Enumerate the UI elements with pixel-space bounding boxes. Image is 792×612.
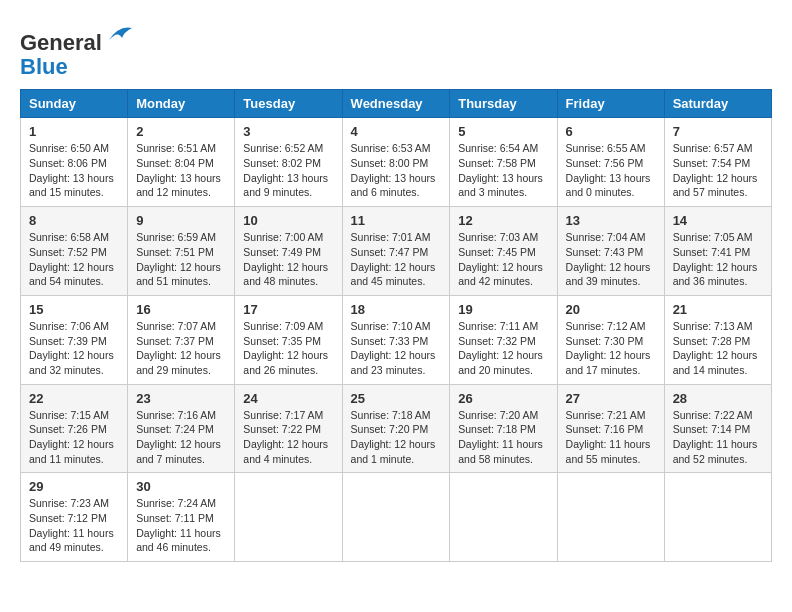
- day-info: Sunrise: 6:52 AMSunset: 8:02 PMDaylight:…: [243, 141, 333, 200]
- calendar-header-row: SundayMondayTuesdayWednesdayThursdayFrid…: [21, 90, 772, 118]
- column-header-tuesday: Tuesday: [235, 90, 342, 118]
- day-number: 29: [29, 479, 119, 494]
- day-info: Sunrise: 6:53 AMSunset: 8:00 PMDaylight:…: [351, 141, 442, 200]
- day-info: Sunrise: 6:58 AMSunset: 7:52 PMDaylight:…: [29, 230, 119, 289]
- day-info: Sunrise: 6:57 AMSunset: 7:54 PMDaylight:…: [673, 141, 763, 200]
- column-header-thursday: Thursday: [450, 90, 557, 118]
- calendar-cell: 20 Sunrise: 7:12 AMSunset: 7:30 PMDaylig…: [557, 295, 664, 384]
- column-header-friday: Friday: [557, 90, 664, 118]
- day-info: Sunrise: 7:18 AMSunset: 7:20 PMDaylight:…: [351, 408, 442, 467]
- day-info: Sunrise: 7:03 AMSunset: 7:45 PMDaylight:…: [458, 230, 548, 289]
- logo-general: General: [20, 30, 102, 55]
- day-info: Sunrise: 7:15 AMSunset: 7:26 PMDaylight:…: [29, 408, 119, 467]
- day-number: 27: [566, 391, 656, 406]
- day-info: Sunrise: 7:01 AMSunset: 7:47 PMDaylight:…: [351, 230, 442, 289]
- calendar-cell: 29 Sunrise: 7:23 AMSunset: 7:12 PMDaylig…: [21, 473, 128, 562]
- logo-blue: Blue: [20, 54, 68, 79]
- day-number: 3: [243, 124, 333, 139]
- day-number: 25: [351, 391, 442, 406]
- day-info: Sunrise: 7:07 AMSunset: 7:37 PMDaylight:…: [136, 319, 226, 378]
- day-info: Sunrise: 7:06 AMSunset: 7:39 PMDaylight:…: [29, 319, 119, 378]
- calendar-week-row: 8 Sunrise: 6:58 AMSunset: 7:52 PMDayligh…: [21, 207, 772, 296]
- day-info: Sunrise: 6:51 AMSunset: 8:04 PMDaylight:…: [136, 141, 226, 200]
- day-info: Sunrise: 7:21 AMSunset: 7:16 PMDaylight:…: [566, 408, 656, 467]
- calendar-cell: [450, 473, 557, 562]
- calendar-cell: 10 Sunrise: 7:00 AMSunset: 7:49 PMDaylig…: [235, 207, 342, 296]
- day-info: Sunrise: 7:09 AMSunset: 7:35 PMDaylight:…: [243, 319, 333, 378]
- calendar-cell: [557, 473, 664, 562]
- calendar-cell: 9 Sunrise: 6:59 AMSunset: 7:51 PMDayligh…: [128, 207, 235, 296]
- day-info: Sunrise: 7:20 AMSunset: 7:18 PMDaylight:…: [458, 408, 548, 467]
- day-number: 28: [673, 391, 763, 406]
- day-number: 19: [458, 302, 548, 317]
- day-number: 21: [673, 302, 763, 317]
- calendar-cell: 15 Sunrise: 7:06 AMSunset: 7:39 PMDaylig…: [21, 295, 128, 384]
- calendar-cell: 19 Sunrise: 7:11 AMSunset: 7:32 PMDaylig…: [450, 295, 557, 384]
- day-info: Sunrise: 7:16 AMSunset: 7:24 PMDaylight:…: [136, 408, 226, 467]
- calendar-cell: 30 Sunrise: 7:24 AMSunset: 7:11 PMDaylig…: [128, 473, 235, 562]
- day-info: Sunrise: 7:11 AMSunset: 7:32 PMDaylight:…: [458, 319, 548, 378]
- day-number: 7: [673, 124, 763, 139]
- calendar-cell: 3 Sunrise: 6:52 AMSunset: 8:02 PMDayligh…: [235, 118, 342, 207]
- calendar-cell: 25 Sunrise: 7:18 AMSunset: 7:20 PMDaylig…: [342, 384, 450, 473]
- logo-bird-icon: [104, 20, 134, 50]
- calendar-cell: 13 Sunrise: 7:04 AMSunset: 7:43 PMDaylig…: [557, 207, 664, 296]
- day-info: Sunrise: 7:10 AMSunset: 7:33 PMDaylight:…: [351, 319, 442, 378]
- day-number: 20: [566, 302, 656, 317]
- day-number: 22: [29, 391, 119, 406]
- calendar-cell: 22 Sunrise: 7:15 AMSunset: 7:26 PMDaylig…: [21, 384, 128, 473]
- calendar-cell: 18 Sunrise: 7:10 AMSunset: 7:33 PMDaylig…: [342, 295, 450, 384]
- day-info: Sunrise: 7:12 AMSunset: 7:30 PMDaylight:…: [566, 319, 656, 378]
- day-number: 14: [673, 213, 763, 228]
- calendar-cell: 12 Sunrise: 7:03 AMSunset: 7:45 PMDaylig…: [450, 207, 557, 296]
- day-info: Sunrise: 6:55 AMSunset: 7:56 PMDaylight:…: [566, 141, 656, 200]
- day-number: 9: [136, 213, 226, 228]
- calendar-cell: 4 Sunrise: 6:53 AMSunset: 8:00 PMDayligh…: [342, 118, 450, 207]
- day-info: Sunrise: 7:04 AMSunset: 7:43 PMDaylight:…: [566, 230, 656, 289]
- column-header-sunday: Sunday: [21, 90, 128, 118]
- day-number: 17: [243, 302, 333, 317]
- calendar-table: SundayMondayTuesdayWednesdayThursdayFrid…: [20, 89, 772, 562]
- calendar-cell: [342, 473, 450, 562]
- day-info: Sunrise: 7:22 AMSunset: 7:14 PMDaylight:…: [673, 408, 763, 467]
- calendar-cell: 7 Sunrise: 6:57 AMSunset: 7:54 PMDayligh…: [664, 118, 771, 207]
- calendar-week-row: 22 Sunrise: 7:15 AMSunset: 7:26 PMDaylig…: [21, 384, 772, 473]
- calendar-cell: 28 Sunrise: 7:22 AMSunset: 7:14 PMDaylig…: [664, 384, 771, 473]
- day-number: 10: [243, 213, 333, 228]
- day-info: Sunrise: 7:05 AMSunset: 7:41 PMDaylight:…: [673, 230, 763, 289]
- day-number: 11: [351, 213, 442, 228]
- calendar-cell: [664, 473, 771, 562]
- calendar-cell: 21 Sunrise: 7:13 AMSunset: 7:28 PMDaylig…: [664, 295, 771, 384]
- logo: General Blue: [20, 20, 134, 79]
- day-info: Sunrise: 6:50 AMSunset: 8:06 PMDaylight:…: [29, 141, 119, 200]
- day-number: 18: [351, 302, 442, 317]
- day-number: 23: [136, 391, 226, 406]
- day-number: 30: [136, 479, 226, 494]
- calendar-week-row: 15 Sunrise: 7:06 AMSunset: 7:39 PMDaylig…: [21, 295, 772, 384]
- day-number: 24: [243, 391, 333, 406]
- column-header-monday: Monday: [128, 90, 235, 118]
- column-header-wednesday: Wednesday: [342, 90, 450, 118]
- calendar-cell: 26 Sunrise: 7:20 AMSunset: 7:18 PMDaylig…: [450, 384, 557, 473]
- calendar-cell: 27 Sunrise: 7:21 AMSunset: 7:16 PMDaylig…: [557, 384, 664, 473]
- day-number: 1: [29, 124, 119, 139]
- day-number: 5: [458, 124, 548, 139]
- day-number: 8: [29, 213, 119, 228]
- column-header-saturday: Saturday: [664, 90, 771, 118]
- day-info: Sunrise: 7:13 AMSunset: 7:28 PMDaylight:…: [673, 319, 763, 378]
- day-number: 6: [566, 124, 656, 139]
- day-info: Sunrise: 7:23 AMSunset: 7:12 PMDaylight:…: [29, 496, 119, 555]
- day-number: 16: [136, 302, 226, 317]
- day-number: 26: [458, 391, 548, 406]
- calendar-cell: 6 Sunrise: 6:55 AMSunset: 7:56 PMDayligh…: [557, 118, 664, 207]
- day-info: Sunrise: 7:00 AMSunset: 7:49 PMDaylight:…: [243, 230, 333, 289]
- day-number: 15: [29, 302, 119, 317]
- day-number: 4: [351, 124, 442, 139]
- calendar-cell: 1 Sunrise: 6:50 AMSunset: 8:06 PMDayligh…: [21, 118, 128, 207]
- calendar-week-row: 29 Sunrise: 7:23 AMSunset: 7:12 PMDaylig…: [21, 473, 772, 562]
- calendar-cell: 8 Sunrise: 6:58 AMSunset: 7:52 PMDayligh…: [21, 207, 128, 296]
- day-info: Sunrise: 7:24 AMSunset: 7:11 PMDaylight:…: [136, 496, 226, 555]
- calendar-cell: 16 Sunrise: 7:07 AMSunset: 7:37 PMDaylig…: [128, 295, 235, 384]
- calendar-cell: 2 Sunrise: 6:51 AMSunset: 8:04 PMDayligh…: [128, 118, 235, 207]
- calendar-cell: [235, 473, 342, 562]
